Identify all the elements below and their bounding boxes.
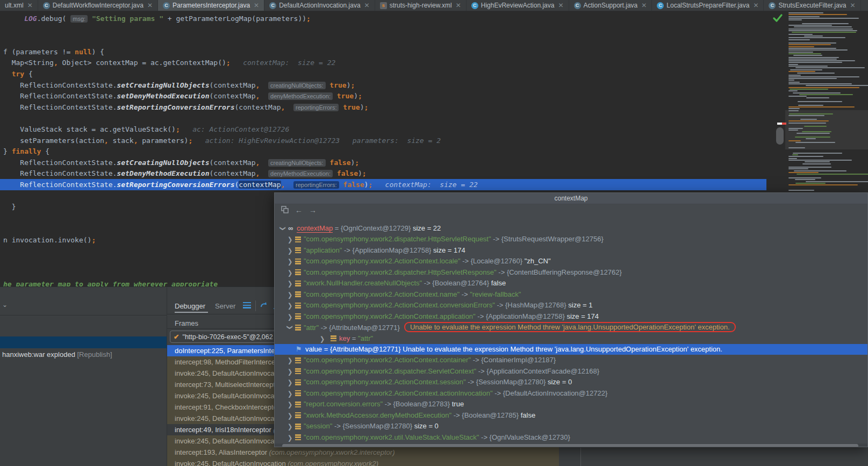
minimap-line (788, 110, 799, 111)
editor-scrollbar-thumb[interactable] (776, 127, 784, 145)
variable-row[interactable]: ❯"com.opensymphony.xwork2.ActionContext.… (275, 388, 868, 399)
chevron-collapsed-icon[interactable]: ❯ (288, 255, 292, 268)
variable-row[interactable]: ❯"com.opensymphony.xwork2.ActionContext.… (275, 300, 868, 311)
chevron-collapsed-icon[interactable]: ❯ (288, 354, 292, 367)
close-icon[interactable]: ✕ (254, 2, 259, 9)
map-entry-icon (295, 259, 301, 264)
variable-row[interactable]: ❯"com.opensymphony.xwork2.util.ValueStac… (275, 432, 868, 443)
chevron-collapsed-icon[interactable]: ❯ (320, 332, 325, 345)
chevron-collapsed-icon[interactable]: ❯ (288, 398, 292, 411)
tab-label: StrutsExecuteFilter.java (778, 2, 846, 9)
chevron-down-icon[interactable]: ⌄ (2, 301, 8, 309)
variable-text: "attr" -> {AttributeMap@12771}Unable to … (304, 322, 736, 333)
frame-row[interactable]: intercept:193, AliasInterceptor (com.ope… (167, 447, 559, 458)
editor-tab[interactable]: CHighEvReviewAction.java✕ (467, 0, 569, 11)
variable-row[interactable]: ❯"com.opensymphony.xwork2.dispatcher.Ser… (275, 366, 868, 377)
editor-tab[interactable]: CDefaultActionInvocation.java✕ (264, 0, 375, 11)
chevron-collapsed-icon[interactable]: ❯ (288, 376, 292, 389)
minimap-line (788, 78, 837, 79)
close-icon[interactable]: ✕ (558, 2, 563, 9)
variable-row[interactable]: ❯"com.opensymphony.xwork2.dispatcher.Htt… (275, 234, 868, 245)
variable-row[interactable]: ❯"session" -> {SessionMap@12780} size = … (275, 421, 868, 432)
popup-hscrollbar[interactable] (275, 443, 868, 447)
chevron-expanded-icon[interactable]: ❯ (278, 226, 289, 231)
chevron-collapsed-icon[interactable]: ❯ (288, 233, 292, 246)
variable-row[interactable]: ❯∞contextMap = {OgnlContext@12729} size … (275, 223, 868, 234)
minimap-line (802, 23, 848, 24)
flag-icon: ⚑ (296, 344, 302, 355)
divider (0, 315, 167, 316)
chevron-collapsed-icon[interactable]: ❯ (288, 420, 292, 433)
tab-debugger[interactable]: Debugger (175, 301, 205, 312)
variable-row[interactable]: ❯"report.conversion.errors" -> {Boolean@… (275, 399, 868, 410)
minimap-line (795, 137, 831, 138)
variable-text: value = {AttributeMap@12771} Unable to e… (305, 344, 722, 355)
close-icon[interactable]: ✕ (753, 2, 758, 9)
variable-row[interactable]: ❯"xwork.NullHandler.createNullObjects" -… (275, 278, 868, 289)
editor-tab[interactable]: CLocalStrutsPrepareFilter.java✕ (652, 0, 764, 11)
variable-row[interactable]: ❯"attr" -> {AttributeMap@12771}Unable to… (275, 322, 868, 333)
minimap-line (802, 163, 830, 164)
variable-row[interactable]: ❯"com.opensymphony.xwork2.ActionContext.… (275, 311, 868, 322)
chevron-expanded-icon[interactable]: ❯ (285, 325, 296, 329)
code-line: } finally { (3, 146, 49, 157)
map-entry-icon (295, 269, 301, 275)
variable-text: "com.opensymphony.xwork2.ActionContext.c… (304, 300, 592, 311)
minimap-line (788, 168, 808, 169)
services-selected-row[interactable] (0, 336, 167, 348)
popup-hscrollbar-thumb[interactable] (282, 444, 858, 447)
minimap-line (788, 76, 859, 77)
code-line: Map<String, Object> contextMap = ac.getC… (3, 57, 335, 68)
close-icon[interactable]: ✕ (364, 2, 370, 9)
variable-row[interactable]: ❯"com.opensymphony.xwork2.ActionContext.… (275, 377, 868, 388)
class-icon: C (43, 2, 50, 9)
minimap-line (798, 101, 842, 102)
close-icon[interactable]: ✕ (456, 2, 461, 9)
variable-row[interactable]: ❯"xwork.MethodAccessor.denyMethodExecuti… (275, 410, 868, 421)
evaluate-error-message: Unable to evaluate the expression Method… (404, 322, 736, 332)
variables-tree: ❯∞contextMap = {OgnlContext@12729} size … (275, 193, 867, 447)
variable-row[interactable]: ❯"com.opensymphony.xwork2.dispatcher.Htt… (275, 267, 868, 278)
editor-tab[interactable]: CStrutsExecuteFilter.java✕ (764, 0, 860, 11)
class-icon: C (471, 2, 478, 9)
editor-tab[interactable]: ult.xml✕ (0, 0, 38, 11)
map-entry-icon (295, 291, 301, 297)
map-entry-icon (295, 303, 301, 309)
variable-row[interactable]: ❯"com.opensymphony.xwork2.ActionContext.… (275, 289, 868, 300)
minimap-line (806, 85, 868, 86)
minimap-line (788, 184, 858, 185)
close-icon[interactable]: ✕ (850, 2, 856, 9)
minimap-line (788, 123, 826, 124)
restore-layout-icon[interactable] (260, 301, 268, 311)
close-icon[interactable]: ✕ (147, 2, 153, 9)
variable-row[interactable]: ❯"application" -> {ApplicationMap@12758}… (275, 245, 868, 256)
chevron-collapsed-icon[interactable]: ❯ (288, 299, 292, 312)
chevron-collapsed-icon[interactable]: ❯ (288, 431, 292, 443)
minimap-line (788, 19, 802, 20)
variable-row[interactable]: ❯key = "attr" (275, 333, 868, 344)
tab-server[interactable]: Server (215, 301, 235, 312)
minimap-line (788, 82, 800, 83)
minimap-line (805, 161, 829, 162)
close-icon[interactable]: ✕ (641, 2, 647, 9)
chevron-collapsed-icon[interactable]: ❯ (288, 310, 292, 322)
code-line: } (3, 201, 16, 212)
editor-tab[interactable]: sstruts-high-review.xml✕ (375, 0, 467, 11)
editor-tab[interactable]: CActionSupport.java✕ (569, 0, 652, 11)
layout-menu-icon[interactable] (243, 302, 251, 309)
minimap-line (788, 96, 807, 97)
variable-row[interactable]: ❯"com.opensymphony.xwork2.ActionContext.… (275, 256, 868, 267)
deployment-node[interactable]: hanxiweb:war exploded [Republish] (2, 349, 112, 360)
divider (255, 300, 256, 311)
variable-row[interactable]: ⚑value = {AttributeMap@12771} Unable to … (275, 344, 868, 355)
variable-text: "com.opensymphony.xwork2.ActionContext.s… (304, 377, 572, 388)
variable-row[interactable]: ❯"com.opensymphony.xwork2.ActionContext.… (275, 355, 868, 365)
class-icon: C (657, 2, 664, 9)
editor-tab[interactable]: CDefaultWorkflowInterceptor.java✕ (38, 0, 158, 11)
close-icon[interactable]: ✕ (27, 2, 33, 9)
frame-row[interactable]: invoke:245, DefaultActionInvocation (com… (167, 458, 559, 466)
chevron-collapsed-icon[interactable]: ❯ (288, 277, 292, 290)
thread-ok-check-icon: ✔ (174, 333, 179, 341)
minimap-line (800, 119, 817, 120)
editor-tab[interactable]: CParametersInterceptor.java✕ (158, 0, 264, 11)
